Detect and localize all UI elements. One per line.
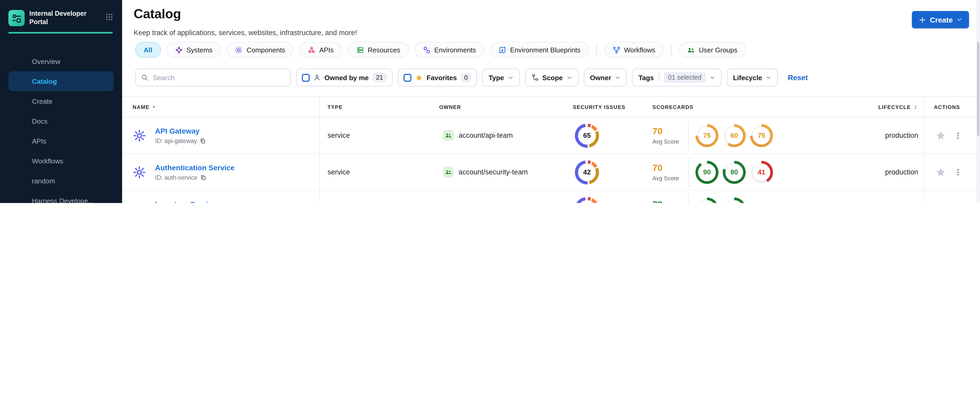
entity-name-link[interactable]: API Gateway <box>155 127 206 135</box>
vertical-scrollbar-thumb[interactable] <box>977 42 980 136</box>
scorecard-value: 76 <box>725 200 743 203</box>
person-icon <box>313 74 321 81</box>
table-row: Authentication Service ID: auth-service … <box>122 154 978 191</box>
scorecard-ring: 90 <box>695 160 719 184</box>
owner-group-icon <box>443 130 454 141</box>
tab-label: Workflows <box>624 46 655 54</box>
sidebar-item-create[interactable]: Create <box>0 91 122 111</box>
sort-icon[interactable] <box>913 104 918 110</box>
idp-logo <box>8 10 25 26</box>
dropdown-label: Tags <box>639 74 654 81</box>
tab-environment-blueprints[interactable]: Environment Blueprints <box>490 42 589 58</box>
sidebar-item-overview[interactable]: Overview <box>0 51 122 71</box>
favorites-checkbox[interactable] <box>404 74 411 81</box>
owner-filter-dropdown[interactable]: Owner <box>584 69 627 86</box>
scope-icon <box>531 74 539 81</box>
entity-name-link[interactable]: Authentication Service <box>155 163 234 172</box>
chevron-down-icon <box>710 75 715 81</box>
scorecard-value: 75 <box>698 127 716 144</box>
dropdowns-slot: Type Scope Owner Tags 01 selected Lifecy… <box>482 69 778 86</box>
tab-environments[interactable]: Environments <box>415 42 485 58</box>
favorites-filter[interactable]: Favorites 0 <box>398 69 477 86</box>
sidebar: Internal Developer Portal Overview Catal… <box>0 0 122 203</box>
scorecard-ring: 80 <box>723 160 746 184</box>
vertical-scrollbar-track[interactable] <box>977 0 980 203</box>
security-issues-donut: 92 <box>575 197 599 203</box>
sidebar-item-label: Overview <box>32 57 60 65</box>
owner-name: account/api-team <box>458 132 513 140</box>
avg-score-value: 78 <box>652 200 688 203</box>
favorite-star-button[interactable] <box>935 130 946 141</box>
tab-label: All <box>143 46 152 54</box>
chevron-down-icon <box>615 75 621 81</box>
kebab-menu-button[interactable] <box>955 131 962 140</box>
entity-type: service <box>320 191 439 203</box>
entity-type: service <box>320 117 439 154</box>
dropdown-separator <box>659 73 659 82</box>
sidebar-item-workflows[interactable]: Workflows <box>0 151 122 171</box>
owner-name: account/security-team <box>458 168 528 176</box>
lifecycle-value: production <box>878 154 923 190</box>
column-scorecards: SCORECARDS <box>652 104 878 110</box>
avg-score-value: 70 <box>652 126 688 137</box>
tab-all[interactable]: All <box>135 42 161 58</box>
search-icon <box>141 74 148 81</box>
tab-resources[interactable]: Resources <box>348 42 409 58</box>
tab-components[interactable]: Components <box>227 42 293 58</box>
security-issues-value: 92 <box>578 200 596 203</box>
sidebar-item-label: APIs <box>32 137 46 145</box>
sort-asc-icon[interactable] <box>152 105 156 109</box>
owned-by-me-checkbox[interactable] <box>302 74 310 81</box>
scorecard-value: 75 <box>752 127 770 144</box>
security-issues-value: 65 <box>578 127 596 144</box>
tab-label: Environments <box>434 46 476 54</box>
create-button[interactable]: Create <box>912 11 969 28</box>
kebab-menu-button[interactable] <box>955 168 962 176</box>
copy-icon[interactable] <box>200 174 206 181</box>
lifecycle-value: production <box>878 191 923 203</box>
search-box <box>135 69 291 86</box>
reset-filters-link[interactable]: Reset <box>788 73 808 82</box>
security-issues-donut: 42 <box>575 160 599 184</box>
sidebar-item-random[interactable]: random <box>0 171 122 191</box>
workflows-icon <box>612 46 620 54</box>
filters-row: Owned by me 21 Favorites 0 Type Scope Ow… <box>135 69 808 86</box>
scope-filter-dropdown[interactable]: Scope <box>525 69 579 86</box>
service-gear-icon <box>133 128 146 142</box>
blueprints-icon <box>499 46 506 54</box>
catalog-table: NAME TYPE OWNER SECURITY ISSUES SCORECAR… <box>122 97 978 203</box>
lifecycle-filter-dropdown[interactable]: Lifecycle <box>727 69 778 86</box>
owned-by-me-filter[interactable]: Owned by me 21 <box>296 69 393 86</box>
scorecard-ring: 75 <box>750 124 773 147</box>
entity-name-link[interactable]: Inventory Service <box>155 200 219 203</box>
tab-workflows[interactable]: Workflows <box>604 42 663 58</box>
scorecards-divider <box>688 194 689 203</box>
chevron-down-icon <box>566 75 572 81</box>
service-gear-icon <box>133 165 146 179</box>
tab-systems[interactable]: Systems <box>166 42 221 58</box>
page-subtitle: Keep track of applications, services, we… <box>134 29 357 36</box>
tab-separator <box>596 43 597 57</box>
sidebar-item-catalog[interactable]: Catalog <box>8 71 114 91</box>
favorite-star-button[interactable] <box>935 167 946 177</box>
sidebar-item-apis[interactable]: APIs <box>0 131 122 151</box>
sidebar-item-docs[interactable]: Docs <box>0 111 122 131</box>
app-title: Internal Developer Portal <box>29 10 91 26</box>
sidebar-item-harness-develope-[interactable]: Harness Develope... <box>0 191 122 203</box>
search-input[interactable] <box>152 73 285 82</box>
tab-label: Environment Blueprints <box>510 46 581 54</box>
copy-icon[interactable] <box>200 138 206 144</box>
app-switcher-icon[interactable] <box>105 13 113 21</box>
chevron-down-icon <box>508 75 514 81</box>
scorecard-ring: 41 <box>750 160 773 184</box>
scorecard-value: 41 <box>752 163 770 181</box>
main-content: Catalog Keep track of applications, serv… <box>122 0 980 203</box>
table-row: API Gateway ID: api-gateway service acco… <box>122 117 978 154</box>
dropdown-label: Lifecycle <box>733 74 762 81</box>
tab-apis[interactable]: APIs <box>299 42 342 58</box>
apis-icon <box>308 46 315 54</box>
page-title: Catalog <box>134 6 181 22</box>
tags-filter-dropdown[interactable]: Tags 01 selected <box>632 69 722 86</box>
type-filter-dropdown[interactable]: Type <box>482 69 520 86</box>
tab-user-groups[interactable]: User Groups <box>679 42 746 58</box>
